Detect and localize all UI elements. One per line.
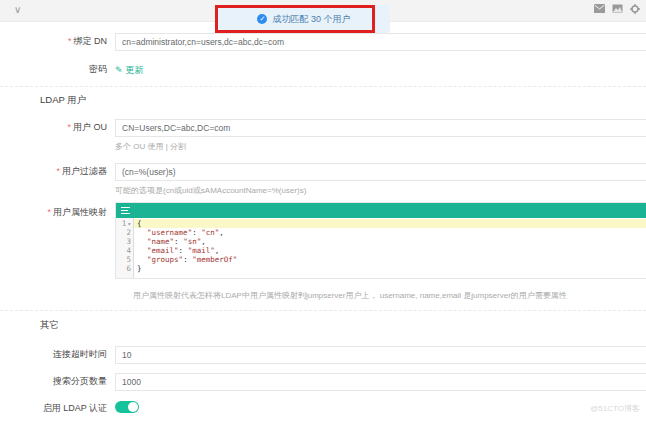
page-size-input[interactable]: [115, 373, 646, 391]
user-filter-label: *用户过滤器: [0, 161, 115, 178]
toggle-knob: [128, 402, 138, 412]
user-ou-label: *用户 OU: [0, 117, 115, 134]
fold-arrow-icon[interactable]: ▾: [127, 220, 131, 227]
chevron-down-icon[interactable]: ∨: [14, 4, 21, 15]
timeout-input[interactable]: [115, 346, 646, 364]
mail-icon[interactable]: [594, 4, 605, 14]
image-icon[interactable]: [612, 4, 623, 14]
user-ou-help: 多个 OU 使用 | 分割: [115, 141, 646, 152]
timeout-label: 连接超时时间: [0, 344, 115, 361]
enable-ldap-label: 启用 LDAP 认证: [0, 398, 115, 415]
toolbar-icons: [594, 4, 646, 14]
ldap-settings-form: *绑定 DN 密码 ✎ 更新 LDAP 用户 *用户 OU 多个 OU 使用 |…: [0, 31, 646, 422]
section-ldap-user: LDAP 用户: [0, 94, 646, 107]
user-filter-help: 可能的选项是(cn或uid或sAMAccountName=%(user)s): [115, 185, 646, 196]
success-toast: ✓ 成功匹配 30 个用户: [218, 5, 390, 33]
section-other: 其它: [0, 319, 646, 332]
user-filter-input[interactable]: [115, 163, 646, 181]
code-line: "name": "sn",: [134, 237, 646, 246]
bind-dn-label: *绑定 DN: [0, 31, 115, 48]
attr-map-label: *用户属性映射: [0, 202, 115, 219]
gear-icon[interactable]: [630, 4, 640, 14]
code-line: "groups": "memberOf": [134, 255, 646, 264]
editor-header: [116, 203, 646, 218]
user-ou-input[interactable]: [115, 119, 646, 137]
code-line: {: [134, 219, 646, 228]
enable-ldap-toggle[interactable]: [115, 401, 139, 413]
code-line: "email": "mail",: [134, 246, 646, 255]
section-divider: [0, 86, 646, 87]
page-size-label: 搜索分页数量: [0, 371, 115, 388]
password-label: 密码: [0, 59, 115, 76]
code-line: "username": "cn",: [134, 228, 646, 237]
code-line: }: [134, 264, 646, 273]
section-divider: [0, 310, 646, 311]
edit-pencil-icon: ✎: [115, 65, 123, 75]
editor-gutter: 1▾ 2 3 4 5 6: [116, 218, 134, 278]
editor-code[interactable]: { "username": "cn", "name": "sn", "email…: [134, 218, 646, 278]
bind-dn-input[interactable]: [115, 33, 646, 51]
attr-map-help: 用户属性映射代表怎样将LDAP中用户属性映射到jumpserver用户上， us…: [115, 290, 646, 301]
watermark: @51CTO博客: [590, 403, 640, 414]
top-toolbar: ∨ ✓ 成功匹配 30 个用户: [0, 0, 646, 22]
toast-message: 成功匹配 30 个用户: [272, 13, 350, 26]
check-circle-icon: ✓: [257, 14, 267, 24]
format-lines-icon: [121, 205, 130, 216]
attr-map-editor[interactable]: 1▾ 2 3 4 5 6 { "username": "cn", "name":…: [115, 202, 646, 279]
password-update-link[interactable]: ✎ 更新: [115, 64, 144, 77]
